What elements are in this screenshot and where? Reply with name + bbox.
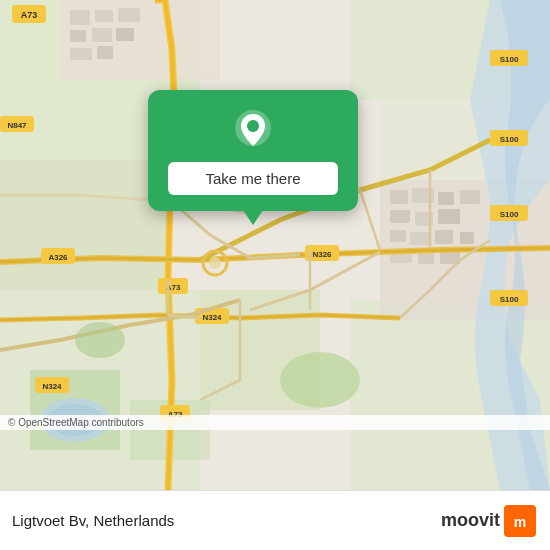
- svg-point-62: [280, 352, 360, 408]
- svg-rect-28: [410, 232, 430, 245]
- svg-text:A73: A73: [21, 10, 38, 20]
- moovit-text: moovit: [441, 510, 500, 531]
- svg-rect-15: [92, 28, 112, 42]
- svg-text:S100: S100: [500, 295, 519, 304]
- location-pin-icon: [231, 108, 275, 152]
- svg-rect-17: [70, 48, 92, 60]
- svg-rect-29: [435, 230, 453, 244]
- svg-rect-26: [438, 209, 460, 224]
- svg-rect-16: [116, 28, 134, 41]
- copyright-notice: © OpenStreetMap contributors: [0, 415, 550, 430]
- moovit-logo: moovit m: [441, 505, 536, 537]
- svg-rect-23: [460, 190, 480, 204]
- svg-text:A326: A326: [48, 253, 68, 262]
- map: A73 A73 A73 N847 N326 N324 N324 A326: [0, 0, 550, 490]
- svg-text:N324: N324: [42, 382, 62, 391]
- svg-rect-11: [70, 10, 90, 25]
- svg-point-61: [209, 257, 221, 269]
- svg-rect-2: [0, 160, 170, 290]
- svg-rect-27: [390, 230, 406, 242]
- svg-text:S100: S100: [500, 210, 519, 219]
- svg-rect-13: [118, 8, 140, 22]
- location-name: Ligtvoet Bv, Netherlands: [12, 512, 174, 529]
- svg-rect-24: [390, 210, 410, 223]
- svg-text:N326: N326: [312, 250, 332, 259]
- svg-text:N847: N847: [7, 121, 27, 130]
- moovit-icon: m: [504, 505, 536, 537]
- svg-text:S100: S100: [500, 55, 519, 64]
- take-me-there-button[interactable]: Take me there: [168, 162, 338, 195]
- location-popup: Take me there: [148, 90, 358, 211]
- svg-point-63: [75, 322, 125, 358]
- bottom-bar: Ligtvoet Bv, Netherlands moovit m: [0, 490, 550, 550]
- svg-rect-30: [460, 232, 474, 244]
- svg-rect-22: [438, 192, 454, 205]
- svg-rect-20: [390, 190, 408, 204]
- svg-point-65: [247, 120, 259, 132]
- svg-text:m: m: [514, 514, 526, 530]
- svg-text:S100: S100: [500, 135, 519, 144]
- svg-text:N324: N324: [202, 313, 222, 322]
- svg-rect-14: [70, 30, 86, 42]
- svg-rect-18: [97, 46, 113, 59]
- svg-rect-12: [95, 10, 113, 22]
